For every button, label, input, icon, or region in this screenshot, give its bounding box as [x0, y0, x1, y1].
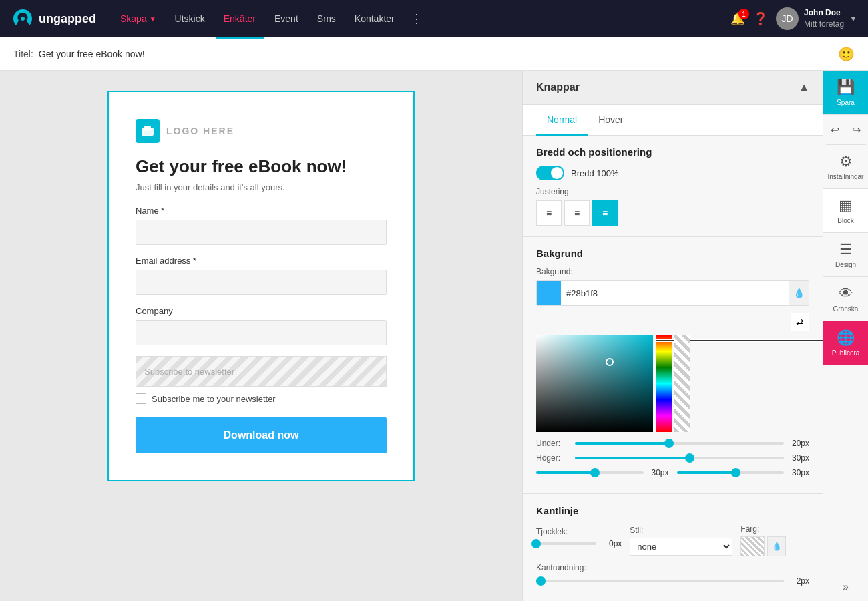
hoger-slider-fill [575, 457, 690, 459]
user-name: John Doe [804, 7, 844, 19]
publish-label: Publicera [832, 349, 860, 357]
subtitle-label: Titel: [13, 49, 33, 59]
bredd-toggle[interactable] [536, 166, 564, 180]
color-dropper-icon[interactable]: 💧 [789, 281, 809, 305]
nav-enkater[interactable]: Enkäter [216, 11, 264, 27]
border-dropper-icon[interactable]: 💧 [767, 536, 786, 556]
publish-action[interactable]: 🌐 Publicera [823, 321, 869, 365]
kantlinje-section: Kantlinje Tjocklek: 0px Stil: [523, 494, 823, 601]
under-label: Under: [536, 439, 570, 448]
nav-more-icon[interactable]: ⋮ [411, 11, 423, 26]
newsletter-stripe-text: Subscribe to newsletter [144, 367, 234, 377]
farg-label: Färg: [740, 524, 809, 534]
redo-button[interactable]: ↪ [847, 120, 866, 139]
bottom-right-slider: 30px [677, 468, 810, 477]
user-chevron-icon: ▼ [849, 14, 857, 23]
align-center-button[interactable]: ≡ [564, 200, 590, 226]
border-props-row: Tjocklek: 0px Stil: none solid [536, 524, 809, 556]
panel-tabs: Normal Hover [523, 105, 823, 136]
checkbox-row[interactable]: Subscribe me to your newsletter [136, 393, 387, 404]
settings-action[interactable]: ⚙ Inställningar [823, 145, 869, 189]
tjocklek-slider-row: 0px [536, 539, 622, 548]
tjocklek-thumb[interactable] [531, 539, 541, 548]
border-color-swatch[interactable] [740, 536, 765, 556]
toggle-knob [551, 167, 563, 179]
color-extra-row: ⇄ [536, 313, 809, 331]
panel-collapse-icon[interactable]: ▲ [799, 81, 809, 93]
under-slider-thumb[interactable] [664, 439, 674, 448]
main-area: LOGO HERE Get your free eBook now! Just … [0, 71, 868, 601]
tjocklek-value: 0px [602, 539, 622, 548]
subscribe-checkbox[interactable] [136, 393, 146, 404]
hoger-slider-track[interactable] [575, 457, 784, 459]
undo-button[interactable]: ↩ [826, 120, 845, 139]
subtitle-value[interactable]: Get your free eBook now! [39, 49, 838, 59]
user-area[interactable]: JD John Doe Mitt företag ▼ [776, 7, 857, 30]
save-label: Spara [837, 99, 855, 106]
bottom-left-slider: 30px [536, 468, 669, 477]
tjocklek-label: Tjocklek: [536, 527, 622, 536]
color-gradient-canvas[interactable] [536, 335, 653, 432]
kantrundning-slider-row: 2px [536, 576, 809, 586]
name-input[interactable] [136, 220, 387, 245]
tab-normal[interactable]: Normal [536, 105, 588, 136]
kantrundning-thumb[interactable] [536, 576, 546, 586]
color-cursor [606, 358, 614, 366]
subtitle-bar: Titel: Get your free eBook now! 🙂 [0, 37, 868, 71]
block-action[interactable]: ▦ Block [823, 189, 869, 233]
nav-utskick[interactable]: Utskick [167, 11, 213, 27]
color-hex-value[interactable]: #28b1f8 [561, 288, 789, 298]
publish-icon: 🌐 [837, 329, 855, 347]
under-value: 20px [789, 439, 809, 448]
newsletter-stripe: Subscribe to newsletter [136, 356, 387, 387]
bottom-right-track[interactable] [677, 471, 785, 474]
align-left-button[interactable]: ≡ [536, 200, 562, 226]
stil-col: Stil: none solid dashed [630, 526, 732, 556]
block-icon: ▦ [839, 197, 853, 214]
design-icon: ☰ [839, 241, 853, 258]
color-picker-row[interactable]: #28b1f8 💧 [536, 280, 809, 306]
nav-right: 🔔 1 ❓ JD John Doe Mitt företag ▼ [730, 7, 857, 30]
company-label: Company [136, 306, 387, 316]
help-icon[interactable]: ❓ [753, 11, 768, 26]
bredd-section-title: Bredd och positionering [536, 146, 809, 158]
color-swap-button[interactable]: ⇄ [791, 313, 809, 331]
tab-hover[interactable]: Hover [588, 105, 634, 136]
logo-text: ungapped [39, 12, 96, 26]
download-button[interactable]: Download now [136, 417, 387, 453]
email-input[interactable] [136, 270, 387, 295]
kantrundning-slider[interactable] [536, 580, 784, 582]
nav-kontakter[interactable]: Kontakter [347, 11, 403, 27]
form-card: LOGO HERE Get your free eBook now! Just … [107, 91, 415, 481]
hoger-slider-thumb[interactable] [685, 453, 694, 463]
bottom-left-value: 30px [649, 468, 669, 477]
nav-event[interactable]: Event [266, 11, 306, 27]
expand-button[interactable]: » [843, 573, 849, 601]
kantrundning-value: 2px [789, 576, 809, 586]
align-right-button[interactable]: ≡ [592, 200, 618, 226]
canvas-area: LOGO HERE Get your free eBook now! Just … [0, 71, 522, 601]
design-action[interactable]: ☰ Design [823, 233, 869, 277]
color-swatch[interactable] [537, 281, 561, 305]
save-action[interactable]: 💾 Spara [823, 71, 869, 115]
logo-area[interactable]: ungapped [11, 7, 96, 31]
nav-sms[interactable]: Sms [309, 11, 344, 27]
bottom-left-thumb[interactable] [590, 468, 600, 477]
stil-select[interactable]: none solid dashed [630, 538, 732, 556]
preview-action[interactable]: 👁 Granska [823, 277, 869, 321]
farg-row: 💧 [740, 536, 809, 556]
subscribe-label: Subscribe me to your newsletter [152, 394, 276, 404]
nav-skapa[interactable]: Skapa ▼ [112, 11, 164, 27]
color-hue-bar[interactable] [656, 335, 672, 432]
under-slider-track[interactable] [575, 442, 784, 445]
notification-bell[interactable]: 🔔 1 [730, 11, 745, 26]
under-slider-row: Under: 20px [536, 439, 809, 448]
bottom-right-thumb[interactable] [731, 468, 740, 477]
color-alpha-bar[interactable] [674, 335, 690, 432]
emoji-button[interactable]: 🙂 [838, 46, 855, 62]
company-input[interactable] [136, 320, 387, 345]
tjocklek-slider[interactable] [536, 542, 596, 545]
form-logo-area: LOGO HERE [136, 119, 387, 143]
bottom-left-track[interactable] [536, 471, 644, 474]
block-label: Block [837, 217, 853, 224]
